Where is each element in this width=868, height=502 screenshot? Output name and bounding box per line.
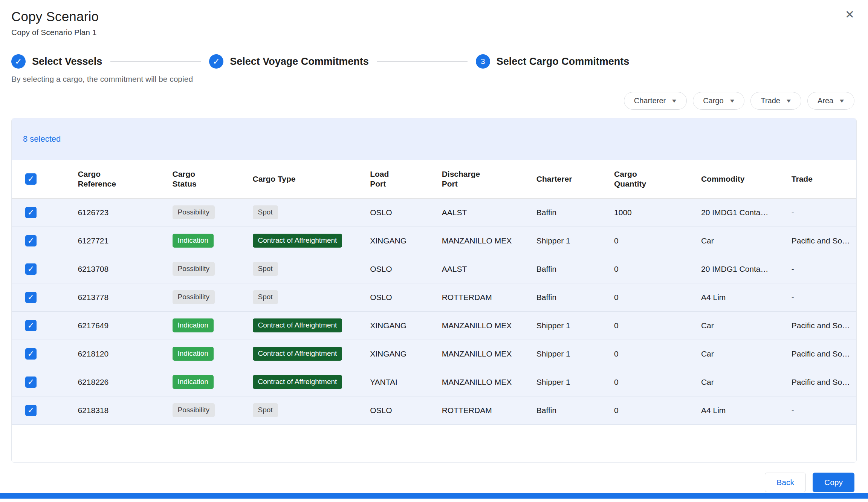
chevron-down-icon: ▼ <box>729 98 735 104</box>
column-header-commodity: Commodity <box>696 160 786 198</box>
table-row[interactable]: ✓ 6213778 Possibility Spot OSLO ROTTERDA… <box>12 283 856 311</box>
cell-discharge-port: MANZANILLO MEX <box>437 368 531 396</box>
cell-load-port: XINGANG <box>365 227 437 255</box>
cargo-status-badge: Possibility <box>173 290 215 304</box>
cell-commodity: 20 IMDG1 Conta… <box>696 198 786 227</box>
table-row[interactable]: ✓ 6218318 Possibility Spot OSLO ROTTERDA… <box>12 396 856 424</box>
cell-charterer: Shipper 1 <box>531 311 609 340</box>
row-checkbox[interactable]: ✓ <box>25 235 37 246</box>
cell-cargo-type: Spot <box>248 255 365 283</box>
cell-commodity: Car <box>696 227 786 255</box>
cell-cargo-quantity: 0 <box>609 227 696 255</box>
cell-load-port: OSLO <box>365 396 437 424</box>
cell-cargo-type: Contract of Affreightment <box>248 227 365 255</box>
dialog-header: Copy Scenario Copy of Scenario Plan 1 ✕ <box>0 0 868 37</box>
filter-label: Area <box>818 96 833 105</box>
cell-cargo-quantity: 0 <box>609 255 696 283</box>
cell-cargo-status: Possibility <box>167 198 248 227</box>
cell-discharge-port: ROTTERDAM <box>437 396 531 424</box>
cargo-status-badge: Indication <box>173 318 214 332</box>
step-completed-check-icon: ✓ <box>11 54 26 69</box>
filter-area[interactable]: Area ▼ <box>807 92 854 110</box>
cell-cargo-reference: 6217649 <box>72 311 167 340</box>
row-checkbox[interactable]: ✓ <box>25 376 37 388</box>
chevron-down-icon: ▼ <box>839 98 845 104</box>
cell-cargo-reference: 6213708 <box>72 255 167 283</box>
row-checkbox[interactable]: ✓ <box>25 348 37 360</box>
selection-bar: 8 selected <box>12 118 856 160</box>
select-all-checkbox[interactable]: ✓ <box>25 173 37 185</box>
cell-trade: - <box>786 396 856 424</box>
cell-cargo-type: Spot <box>248 198 365 227</box>
table-row[interactable]: ✓ 6218120 Indication Contract of Affreig… <box>12 340 856 368</box>
cell-charterer: Shipper 1 <box>531 368 609 396</box>
cell-cargo-type: Contract of Affreightment <box>248 340 365 368</box>
cell-load-port: OSLO <box>365 198 437 227</box>
cell-charterer: Baffin <box>531 255 609 283</box>
step-select-voyage-commitments[interactable]: ✓ Select Voyage Commitments <box>209 54 369 69</box>
step-connector <box>110 61 201 62</box>
back-button[interactable]: Back <box>765 473 806 492</box>
cell-cargo-status: Indication <box>167 311 248 340</box>
filter-charterer[interactable]: Charterer ▼ <box>624 92 687 110</box>
cell-cargo-type: Spot <box>248 396 365 424</box>
cell-load-port: OSLO <box>365 255 437 283</box>
cargo-type-badge: Contract of Affreightment <box>253 234 342 248</box>
cell-load-port: XINGANG <box>365 311 437 340</box>
cell-load-port: YANTAI <box>365 368 437 396</box>
cell-cargo-reference: 6218318 <box>72 396 167 424</box>
filter-bar: Charterer ▼ Cargo ▼ Trade ▼ Area ▼ <box>0 92 868 110</box>
copy-scenario-dialog: Copy Scenario Copy of Scenario Plan 1 ✕ … <box>0 0 868 463</box>
cell-trade: - <box>786 255 856 283</box>
row-checkbox[interactable]: ✓ <box>25 207 37 218</box>
column-header-cargo-quantity: Cargo Quantity <box>609 160 696 198</box>
row-checkbox[interactable]: ✓ <box>25 320 37 331</box>
cell-cargo-reference: 6127721 <box>72 227 167 255</box>
cell-discharge-port: AALST <box>437 255 531 283</box>
cell-cargo-status: Indication <box>167 340 248 368</box>
column-header-charterer: Charterer <box>531 160 609 198</box>
row-checkbox[interactable]: ✓ <box>25 263 37 275</box>
table-row[interactable]: ✓ 6127721 Indication Contract of Affreig… <box>12 227 856 255</box>
table-row[interactable]: ✓ 6213708 Possibility Spot OSLO AALST Ba… <box>12 255 856 283</box>
cell-discharge-port: MANZANILLO MEX <box>437 340 531 368</box>
table-row[interactable]: ✓ 6218226 Indication Contract of Affreig… <box>12 368 856 396</box>
cell-cargo-reference: 6126723 <box>72 198 167 227</box>
dialog-subtitle: Copy of Scenario Plan 1 <box>11 28 854 37</box>
copy-button[interactable]: Copy <box>813 473 854 492</box>
cargo-type-badge: Contract of Affreightment <box>253 375 342 389</box>
filter-label: Cargo <box>703 96 723 105</box>
step-number-badge: 3 <box>476 54 490 69</box>
column-header-trade: Trade <box>786 160 856 198</box>
row-checkbox[interactable]: ✓ <box>25 292 37 303</box>
cell-discharge-port: AALST <box>437 198 531 227</box>
cell-commodity: Car <box>696 311 786 340</box>
cargo-table-card: 8 selected ✓ Cargo Reference Cargo Statu… <box>11 118 857 463</box>
filter-trade[interactable]: Trade ▼ <box>750 92 801 110</box>
cargo-type-badge: Contract of Affreightment <box>253 347 342 361</box>
step-select-vessels[interactable]: ✓ Select Vessels <box>11 54 102 69</box>
table-row[interactable]: ✓ 6217649 Indication Contract of Affreig… <box>12 311 856 340</box>
cell-discharge-port: MANZANILLO MEX <box>437 227 531 255</box>
cell-commodity: A4 Lim <box>696 283 786 311</box>
column-header-discharge-port: Discharge Port <box>437 160 531 198</box>
table-row[interactable]: ✓ 6126723 Possibility Spot OSLO AALST Ba… <box>12 198 856 227</box>
row-checkbox[interactable]: ✓ <box>25 405 37 416</box>
step-select-cargo-commitments[interactable]: 3 Select Cargo Commitments <box>476 54 630 69</box>
filter-cargo[interactable]: Cargo ▼ <box>693 92 744 110</box>
close-button[interactable]: ✕ <box>843 7 857 23</box>
cell-cargo-status: Possibility <box>167 283 248 311</box>
cell-charterer: Baffin <box>531 396 609 424</box>
cell-cargo-type: Contract of Affreightment <box>248 311 365 340</box>
cell-cargo-reference: 6213778 <box>72 283 167 311</box>
filter-label: Charterer <box>634 96 666 105</box>
step-label: Select Cargo Commitments <box>497 56 630 67</box>
cell-charterer: Baffin <box>531 283 609 311</box>
cell-charterer: Shipper 1 <box>531 227 609 255</box>
chevron-down-icon: ▼ <box>671 98 678 104</box>
cell-commodity: Car <box>696 340 786 368</box>
cell-cargo-quantity: 0 <box>609 283 696 311</box>
cell-charterer: Shipper 1 <box>531 340 609 368</box>
step-label: Select Voyage Commitments <box>230 56 369 67</box>
cell-cargo-status: Indication <box>167 368 248 396</box>
